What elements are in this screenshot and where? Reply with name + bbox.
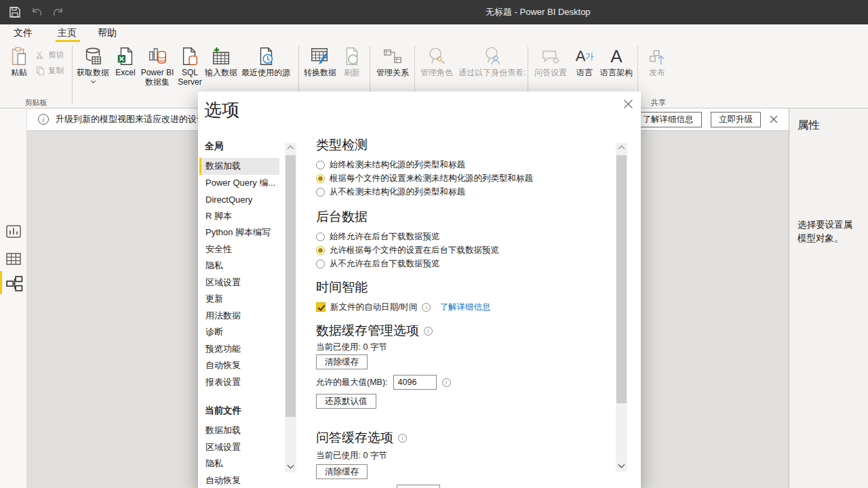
transform-data-button[interactable]: 转换数据 (301, 45, 339, 96)
nav-item-python-script[interactable]: Python 脚本编写 (199, 224, 279, 241)
tab-help[interactable]: 帮助 (98, 24, 117, 42)
enter-data-label: 输入数据 (205, 68, 237, 77)
model-view-icon[interactable] (5, 275, 24, 292)
content-scrollbar-thumb[interactable] (616, 155, 627, 403)
radio-selected-icon (316, 246, 325, 255)
get-data-label: 获取数据 (77, 68, 109, 77)
nav-scroll-up-button[interactable] (285, 143, 296, 154)
nav-global-list: 数据加载 Power Query 编... DirectQuery R 脚本 P… (199, 158, 279, 390)
nav-scrollbar-thumb[interactable] (285, 155, 296, 417)
radio-option[interactable]: 始终检测未结构化源的列类型和标题 (316, 158, 614, 171)
info-icon (442, 378, 451, 387)
paste-clipboard-icon (9, 45, 29, 68)
nav-item-preview-features[interactable]: 预览功能 (199, 341, 279, 358)
tab-file[interactable]: 文件 (14, 24, 33, 42)
qna-cache-usage: 当前已使用: 0 字节 (316, 449, 614, 462)
linguistic-schema-label: 语言架构 (600, 68, 633, 77)
nav-item-privacy[interactable]: 隐私 (199, 258, 279, 274)
radio-option[interactable]: 根据每个文件的设置来检测未结构化源的列类型和标题 (316, 171, 614, 185)
refresh-button[interactable]: 刷新 (339, 45, 365, 96)
properties-panel: 属性 选择要设置属 模型对象。 (789, 108, 868, 488)
manage-relationships-button[interactable]: 管理关系 (373, 45, 412, 96)
checkbox-checked-icon[interactable] (316, 302, 326, 312)
powerbi-datasets-button[interactable]: Power BI 数据集 (139, 45, 176, 96)
section-time-intelligence: 时间智能 (316, 279, 614, 296)
radio-option[interactable]: 允许根据每个文件的设置在后台下载数据预览 (316, 243, 614, 257)
qna-clear-cache-button[interactable]: 清除缓存 (316, 464, 368, 479)
enter-data-button[interactable]: 输入数据 (203, 45, 239, 96)
manage-relationships-icon (382, 45, 403, 68)
partially-visible-input[interactable] (397, 485, 440, 488)
restore-default-button[interactable]: 还原默认值 (316, 394, 376, 409)
section-data-cache: 数据缓存管理选项 (316, 322, 614, 340)
nav-item-security[interactable]: 安全性 (199, 241, 279, 258)
radio-icon (316, 232, 325, 241)
radio-option[interactable]: 从不允许在后台下载数据预览 (316, 257, 614, 270)
upgrade-now-button[interactable]: 立即升级 (711, 112, 761, 127)
radio-option[interactable]: 始终允许在后台下载数据预览 (316, 230, 614, 243)
linguistic-schema-button[interactable]: A 语言架构 (597, 45, 636, 96)
paste-button[interactable]: 粘贴 (5, 45, 33, 96)
learn-more-button[interactable]: 了解详细信息 (634, 112, 702, 127)
report-view-icon[interactable] (5, 224, 22, 240)
nav-item-cf-privacy[interactable]: 隐私 (199, 455, 279, 472)
title-bar: 无标题 - Power BI Desktop (0, 0, 868, 24)
copy-label: 复制 (48, 66, 64, 76)
save-icon[interactable] (8, 5, 22, 19)
copy-button[interactable]: 复制 (35, 64, 73, 78)
dialog-content: 类型检测 始终检测未结构化源的列类型和标题 根据每个文件的设置来检测未结构化源的… (316, 136, 614, 488)
refresh-icon (342, 45, 362, 68)
view-as-icon (482, 45, 502, 68)
nav-item-regional[interactable]: 区域设置 (199, 274, 279, 291)
content-scroll-up-button[interactable] (616, 143, 627, 154)
content-scrollbar[interactable] (616, 143, 627, 472)
nav-item-cf-auto-recovery[interactable]: 自动恢复 (199, 472, 279, 488)
nav-scroll-down-button[interactable] (285, 460, 296, 470)
sql-server-icon (180, 45, 200, 68)
recent-sources-button[interactable]: 最近使用的源 (239, 45, 293, 96)
nav-item-cf-data-load[interactable]: 数据加载 (199, 422, 279, 439)
radio-option[interactable]: 从不检测未结构化源的列类型和标题 (316, 185, 614, 199)
radio-icon (316, 260, 325, 268)
publish-icon (647, 45, 667, 68)
max-cache-input[interactable] (393, 375, 437, 390)
nav-item-diagnostics[interactable]: 诊断 (199, 324, 279, 341)
paste-label: 粘贴 (11, 68, 27, 77)
undo-icon[interactable] (30, 5, 43, 19)
sql-server-button[interactable]: SQL Server (176, 45, 204, 96)
nav-scrollbar[interactable] (285, 143, 296, 472)
radio-icon (316, 161, 325, 169)
data-view-icon[interactable] (5, 251, 22, 267)
cut-button[interactable]: 剪切 (35, 48, 73, 62)
nav-item-updates[interactable]: 更新 (199, 291, 279, 308)
enter-data-icon (211, 45, 231, 68)
view-as-button[interactable]: 通过以下身份查看: (457, 45, 528, 96)
linguistics-button[interactable]: A가 语言 (572, 45, 597, 96)
excel-label: Excel (115, 68, 135, 77)
learn-more-link[interactable]: 了解详细信息 (439, 302, 490, 313)
publish-button[interactable]: 发布 (642, 45, 673, 96)
nav-item-directquery[interactable]: DirectQuery (199, 191, 279, 208)
nav-item-power-query-editor[interactable]: Power Query 编... (199, 175, 279, 192)
window-title: 无标题 - Power BI Desktop (486, 0, 591, 24)
nav-item-r-script[interactable]: R 脚本 (199, 208, 279, 225)
nav-item-data-load[interactable]: 数据加载 (199, 158, 279, 175)
nav-item-auto-recovery[interactable]: 自动恢复 (199, 357, 279, 374)
nav-item-cf-regional[interactable]: 区域设置 (199, 439, 279, 456)
dialog-close-button[interactable] (621, 97, 635, 110)
nav-item-usage-data[interactable]: 用法数据 (199, 308, 279, 325)
properties-placeholder-text: 选择要设置属 模型对象。 (797, 218, 868, 245)
clear-cache-button[interactable]: 清除缓存 (316, 354, 368, 369)
auto-datetime-checkbox-row[interactable]: 新文件的自动日期/时间 了解详细信息 (316, 300, 614, 314)
powerbi-dataset-icon (147, 45, 167, 68)
content-scroll-down-button[interactable] (616, 459, 627, 470)
excel-button[interactable]: Excel (113, 45, 138, 96)
qna-settings-button[interactable]: 问答设置 (530, 45, 571, 96)
get-data-button[interactable]: 获取数据 (76, 45, 110, 96)
notification-close-icon[interactable] (769, 115, 778, 124)
ribbon-separator (72, 46, 73, 104)
redo-icon[interactable] (52, 5, 65, 19)
manage-roles-button[interactable]: 管理角色 (418, 45, 456, 96)
cut-label: 剪切 (48, 50, 64, 60)
nav-item-report-settings[interactable]: 报表设置 (199, 374, 279, 391)
